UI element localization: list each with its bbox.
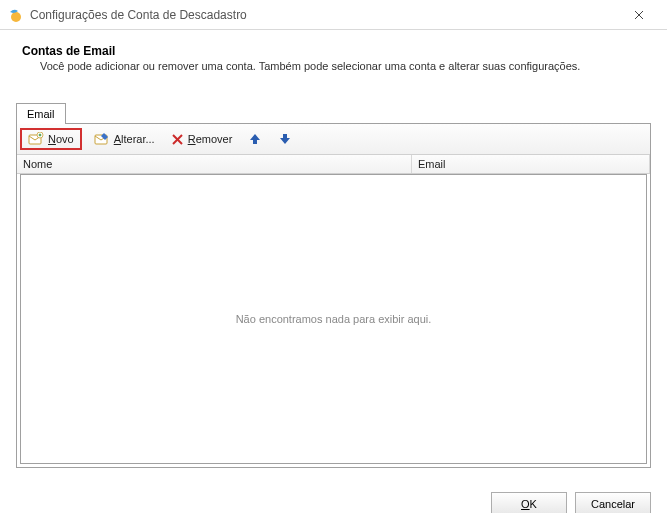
delete-x-icon [171,133,184,146]
remove-button-underline: R [188,133,196,145]
section-subheading: Você pode adicionar ou remover uma conta… [16,58,651,72]
svg-point-0 [11,12,21,22]
tab-email-label: Email [27,108,55,120]
dialog-footer: OK Cancelar [0,482,667,513]
section-heading: Contas de Email [16,44,651,58]
remove-button[interactable]: Remover [167,131,237,148]
window-title: Configurações de Conta de Descadastro [30,8,619,22]
titlebar: Configurações de Conta de Descadastro [0,0,667,30]
move-up-button[interactable] [244,130,266,148]
content-area: Contas de Email Você pode adicionar ou r… [0,30,667,482]
new-button-underline: N [48,133,56,145]
mail-new-icon [28,132,44,146]
change-button-rest: lterar... [121,133,155,145]
arrow-down-icon [278,132,292,146]
change-button-underline: A [114,133,121,145]
column-header-name[interactable]: Nome [17,155,412,173]
move-down-button[interactable] [274,130,296,148]
table-header: Nome Email [17,154,650,174]
tabstrip: Email [16,102,651,123]
tab-email[interactable]: Email [16,103,66,124]
cancel-button-label: Cancelar [591,498,635,510]
column-header-email[interactable]: Email [412,155,650,173]
toolbar: Novo Alterar... [17,124,650,154]
table-body: Não encontramos nada para exibir aqui. [20,174,647,464]
new-button-rest: ovo [56,133,74,145]
ok-button-rest: K [530,498,537,510]
arrow-up-icon [248,132,262,146]
ok-button[interactable]: OK [491,492,567,513]
new-button[interactable]: Novo [20,128,82,150]
app-icon [8,7,24,23]
mail-edit-icon [94,132,110,146]
change-button[interactable]: Alterar... [90,130,159,148]
empty-message: Não encontramos nada para exibir aqui. [236,313,432,325]
ok-button-underline: O [521,498,530,510]
close-button[interactable] [619,1,659,29]
panel: Novo Alterar... [16,123,651,468]
cancel-button[interactable]: Cancelar [575,492,651,513]
remove-button-rest: emover [196,133,233,145]
